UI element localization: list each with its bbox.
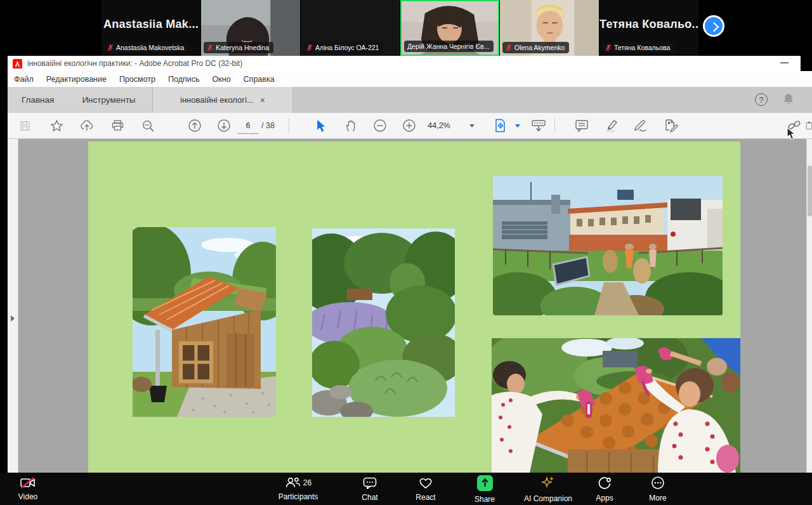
react-label: React xyxy=(409,493,442,502)
more-label: More xyxy=(642,494,674,502)
apps-button[interactable]: Apps xyxy=(589,475,620,503)
page-total-label: / 38 xyxy=(261,121,275,130)
menu-file[interactable]: Файл xyxy=(8,75,40,84)
menu-edit[interactable]: Редактирование xyxy=(40,75,113,84)
printer-icon xyxy=(111,119,124,132)
window-corner xyxy=(801,56,812,71)
selection-tool-button[interactable] xyxy=(311,117,330,134)
arrow-up-circle-icon xyxy=(188,119,202,133)
next-participants-button[interactable] xyxy=(703,15,724,37)
scrollbar-thumb[interactable] xyxy=(808,166,812,216)
expand-panel-arrow-icon xyxy=(11,315,15,322)
save-button[interactable] xyxy=(15,117,34,134)
apps-label: Apps xyxy=(589,494,620,502)
chevron-down-icon[interactable] xyxy=(515,124,520,128)
print-button[interactable] xyxy=(108,117,127,134)
participants-button[interactable]: 26 Participants xyxy=(272,475,325,503)
participant-tile-olena[interactable]: Olena Akymenko xyxy=(500,0,599,56)
participant-name-text: Kateryna Hnedina xyxy=(216,44,269,52)
react-button[interactable]: React xyxy=(409,475,442,503)
toolbar-separator xyxy=(289,118,289,133)
hand-tool-button[interactable] xyxy=(341,117,360,134)
video-off-icon xyxy=(20,477,36,489)
toolbar-separator xyxy=(554,118,555,133)
participant-name-label: Тетяна Ковальова xyxy=(602,42,674,53)
menu-view[interactable]: Просмотр xyxy=(113,75,162,84)
edit-document-icon xyxy=(664,119,678,133)
zoom-level-value[interactable]: 44,2% xyxy=(417,121,461,130)
fit-page-button[interactable] xyxy=(491,117,510,134)
tab-document[interactable]: інноваійні екологі... × xyxy=(152,87,293,113)
participant-tile-alina[interactable]: Аліна Білоус ОА-221 xyxy=(301,0,400,56)
more-tools-button[interactable] xyxy=(806,117,812,134)
participants-filmstrip: Anastasiia Mak... Anastasiia Makovetska xyxy=(0,0,812,56)
more-button[interactable]: More xyxy=(642,475,674,503)
document-area xyxy=(8,139,812,473)
mic-muted-icon xyxy=(506,44,512,52)
participants-count: 26 xyxy=(303,478,311,487)
tab-home[interactable]: Главная xyxy=(8,95,68,105)
participant-name-label: Аліна Білоус ОА-221 xyxy=(303,42,383,53)
menu-sign[interactable]: Подпись xyxy=(162,75,206,84)
star-favorite-button[interactable] xyxy=(47,117,66,134)
help-icon[interactable]: ? xyxy=(755,93,768,106)
zoom-out-button[interactable] xyxy=(370,117,390,134)
share-label: Share xyxy=(469,495,500,504)
comment-icon xyxy=(575,119,589,133)
tab-tools[interactable]: Инструменты xyxy=(68,95,149,105)
minus-circle-icon xyxy=(373,119,387,133)
participant-tile-derii-active-speaker[interactable]: Дерій Жанна Чернігів Єв... xyxy=(400,0,499,56)
comment-button[interactable] xyxy=(572,117,591,134)
pdf-page-slide xyxy=(88,141,740,473)
navigation-pane-strip[interactable] xyxy=(8,139,18,473)
tab-segment: Главная Инструменты xyxy=(8,87,152,113)
search-button[interactable] xyxy=(138,117,157,134)
participant-name-text: Anastasiia Makovetska xyxy=(116,44,184,52)
chevron-down-icon[interactable] xyxy=(469,124,475,128)
highlighter-icon xyxy=(603,119,619,133)
heart-icon xyxy=(419,477,433,489)
clipboard-icon xyxy=(806,119,812,133)
participant-tile-kateryna[interactable]: Kateryna Hnedina xyxy=(201,0,300,56)
participant-name-label: Дерій Жанна Чернігів Єв... xyxy=(404,41,494,52)
menu-help[interactable]: Справка xyxy=(237,75,281,84)
fill-sign-button[interactable] xyxy=(631,117,650,134)
share-screen-icon xyxy=(477,475,493,491)
search-icon xyxy=(141,119,155,133)
participants-icon xyxy=(285,477,301,489)
chat-button[interactable]: Chat xyxy=(354,475,386,503)
participant-name-label: Olena Akymenko xyxy=(502,42,569,53)
plus-circle-icon xyxy=(402,119,416,133)
tab-document-label: інноваійні екологі... xyxy=(180,95,254,105)
page-scrolling-button[interactable] xyxy=(529,117,548,134)
hand-icon xyxy=(344,119,357,133)
pointer-icon xyxy=(315,119,327,133)
cloud-upload-icon xyxy=(80,119,94,132)
window-title: інноваійні екологічн практики: - Adobe A… xyxy=(27,59,242,68)
next-page-button[interactable] xyxy=(214,117,233,134)
participant-name-label: Anastasiia Makovetska xyxy=(104,42,188,53)
page-number-input[interactable] xyxy=(237,118,259,134)
apps-icon xyxy=(598,476,612,490)
previous-page-button[interactable] xyxy=(185,117,204,134)
share-button[interactable]: Share xyxy=(469,475,500,503)
participant-name-label: Kateryna Hnedina xyxy=(204,42,273,53)
save-icon xyxy=(19,120,31,132)
notifications-bell-icon[interactable] xyxy=(783,93,794,107)
menu-window[interactable]: Окно xyxy=(206,75,237,84)
edit-pdf-button[interactable] xyxy=(661,117,680,134)
zoom-in-button[interactable] xyxy=(400,117,419,134)
slide-photo-roof-ceremony xyxy=(492,338,740,473)
video-button[interactable]: Video xyxy=(11,475,44,503)
participant-tile-tetiana[interactable]: Тетяна Ковальо... Тетяна Ковальова xyxy=(599,0,698,56)
minimize-button[interactable] xyxy=(780,62,789,63)
highlight-button[interactable] xyxy=(601,117,620,134)
participant-tile-anastasiia[interactable]: Anastasiia Mak... Anastasiia Makovetska xyxy=(102,0,200,56)
ai-companion-button[interactable]: AI Companion xyxy=(517,475,579,503)
share-cloud-button[interactable] xyxy=(77,117,96,134)
zoom-meeting-screen: Anastasiia Mak... Anastasiia Makovetska xyxy=(0,0,812,505)
tab-close-icon[interactable]: × xyxy=(260,95,265,105)
ai-companion-label: AI Companion xyxy=(517,494,579,503)
acrobat-menu-bar: Файл Редактирование Просмотр Подпись Окн… xyxy=(8,71,812,87)
vertical-scrollbar[interactable] xyxy=(806,139,812,473)
